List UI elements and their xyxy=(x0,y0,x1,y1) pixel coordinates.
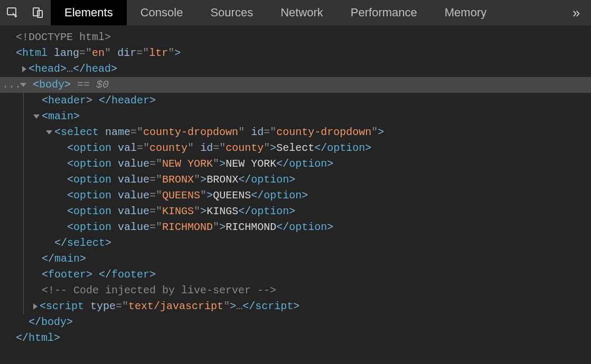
tab-performance[interactable]: Performance xyxy=(337,0,431,25)
body-children: <header> </header> <main> <select name="… xyxy=(23,93,591,314)
tabs-container: Elements Console Sources Network Perform… xyxy=(51,0,561,25)
node-main-close[interactable]: </main> xyxy=(24,251,591,267)
node-html-close[interactable]: </html> xyxy=(0,330,591,346)
node-comment[interactable]: <!-- Code injected by live-server --> xyxy=(24,283,591,299)
tab-label: Performance xyxy=(351,5,417,21)
tab-elements[interactable]: Elements xyxy=(51,0,127,25)
tab-label: Network xyxy=(280,5,323,21)
node-footer[interactable]: <footer> </footer> xyxy=(24,267,591,283)
expand-arrow-icon[interactable] xyxy=(33,303,37,310)
tab-label: Memory xyxy=(445,5,486,21)
tab-label: Console xyxy=(140,5,183,21)
node-body-close[interactable]: </body> xyxy=(0,314,591,330)
svg-rect-0 xyxy=(7,8,16,15)
svg-rect-1 xyxy=(33,8,39,16)
node-select-open[interactable]: <select name="county-dropdown" id="count… xyxy=(24,124,591,140)
tabs-overflow-button[interactable]: » xyxy=(561,5,591,21)
node-header[interactable]: <header> </header> xyxy=(24,93,591,109)
tab-label: Elements xyxy=(64,5,113,21)
node-option-newyork[interactable]: <option value="NEW YORK">NEW YORK</optio… xyxy=(24,156,591,172)
node-html-open[interactable]: <html lang="en" dir="ltr"> xyxy=(0,45,591,61)
expand-arrow-icon[interactable] xyxy=(22,66,26,72)
collapse-arrow-icon[interactable] xyxy=(33,114,40,119)
inspect-element-icon[interactable] xyxy=(0,0,25,25)
node-option-queens[interactable]: <option value="QUEENS">QUEENS</option> xyxy=(24,188,591,204)
collapse-arrow-icon[interactable] xyxy=(46,130,52,135)
chevron-right-icon: » xyxy=(573,5,580,21)
tab-label: Sources xyxy=(210,5,253,21)
node-script[interactable]: <script type="text/javascript">…</script… xyxy=(24,299,591,314)
toggle-device-toolbar-icon[interactable] xyxy=(25,0,51,25)
node-option-select[interactable]: <option val="county" id="county">Select<… xyxy=(24,140,591,156)
breadcrumb-ellipsis: ... xyxy=(2,77,21,93)
svg-rect-2 xyxy=(37,11,42,17)
tab-console[interactable]: Console xyxy=(127,0,197,25)
node-select-close[interactable]: </select> xyxy=(24,235,591,251)
node-option-richmond[interactable]: <option value="RICHMOND">RICHMOND</optio… xyxy=(24,219,591,235)
node-head[interactable]: <head>…</head> xyxy=(0,61,591,77)
node-main-open[interactable]: <main> xyxy=(24,109,591,124)
tab-network[interactable]: Network xyxy=(267,0,337,25)
tab-sources[interactable]: Sources xyxy=(196,0,267,25)
node-body-open[interactable]: ... <body> == $0 xyxy=(0,77,591,93)
tab-memory[interactable]: Memory xyxy=(431,0,500,25)
devtools-tabstrip: Elements Console Sources Network Perform… xyxy=(0,0,591,25)
elements-tree[interactable]: <!DOCTYPE html> <html lang="en" dir="ltr… xyxy=(0,25,591,357)
node-option-kings[interactable]: <option value="KINGS">KINGS</option> xyxy=(24,204,591,219)
node-doctype[interactable]: <!DOCTYPE html> xyxy=(0,30,591,45)
node-option-bronx[interactable]: <option value="BRONX">BRONX</option> xyxy=(24,172,591,188)
